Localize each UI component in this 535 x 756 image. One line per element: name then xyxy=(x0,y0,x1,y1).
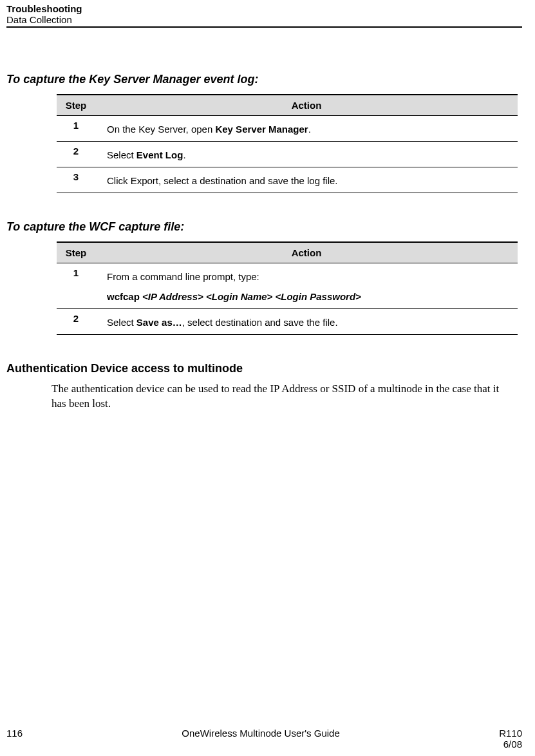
section2-title: To capture the WCF capture file: xyxy=(6,220,522,234)
step-action: Select Event Log. xyxy=(95,142,518,167)
col-action: Action xyxy=(95,242,518,263)
step-num: 1 xyxy=(57,116,95,142)
section2-table: Step Action 1 From a command line prompt… xyxy=(57,241,518,335)
header-subtitle: Data Collection xyxy=(6,14,522,25)
table-row: 3 Click Export, select a destination and… xyxy=(57,167,518,193)
table-row: 2 Select Event Log. xyxy=(57,142,518,167)
footer-date: 6/08 xyxy=(503,739,522,750)
section1-title: To capture the Key Server Manager event … xyxy=(6,73,522,86)
subsection-heading: Authentication Device access to multinod… xyxy=(6,362,522,375)
col-step: Step xyxy=(57,242,95,263)
header-title: Troubleshooting xyxy=(6,3,522,14)
section1-table: Step Action 1 On the Key Server, open Ke… xyxy=(57,94,518,193)
step-action: Select Save as…, select destination and … xyxy=(95,309,518,335)
step-action: Click Export, select a destination and s… xyxy=(95,167,518,193)
step-num: 2 xyxy=(57,309,95,335)
table-row: 2 Select Save as…, select destination an… xyxy=(57,309,518,335)
footer-title: OneWireless Multinode User's Guide xyxy=(23,728,499,739)
step-action: On the Key Server, open Key Server Manag… xyxy=(95,116,518,142)
footer-rev: R110 xyxy=(499,728,522,739)
col-action: Action xyxy=(95,95,518,116)
step-action: From a command line prompt, type: wcfcap… xyxy=(95,263,518,309)
col-step: Step xyxy=(57,95,95,116)
step-num: 3 xyxy=(57,167,95,193)
table-row: 1 On the Key Server, open Key Server Man… xyxy=(57,116,518,142)
step-num: 1 xyxy=(57,263,95,309)
page-number: 116 xyxy=(6,728,23,739)
page-footer: 116 OneWireless Multinode User's Guide R… xyxy=(6,728,522,750)
table-row: 1 From a command line prompt, type: wcfc… xyxy=(57,263,518,309)
step-num: 2 xyxy=(57,142,95,167)
page-header: Troubleshooting Data Collection xyxy=(6,3,522,28)
body-paragraph: The authentication device can be used to… xyxy=(52,382,503,411)
